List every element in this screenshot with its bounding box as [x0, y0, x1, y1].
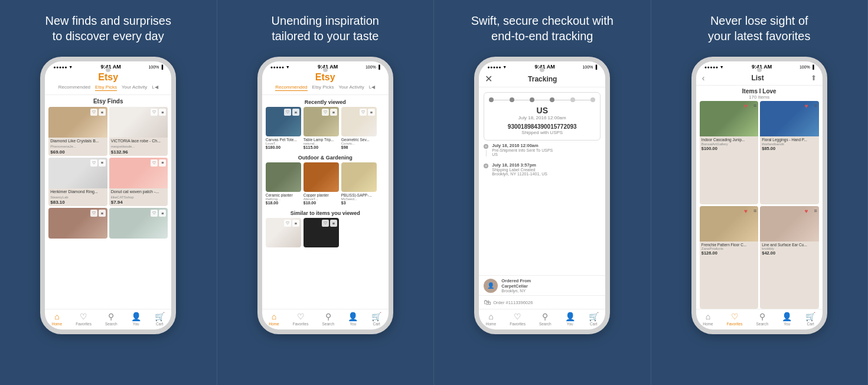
list-item[interactable]: Ceramic planter theKing... $18.00 — [266, 162, 301, 205]
person-icon: 👤 — [131, 312, 141, 321]
nav-you-4[interactable]: 👤You — [782, 312, 792, 326]
product-price: $83.10 — [48, 200, 107, 206]
product-name: Line and Surface Ear Cu... — [760, 242, 819, 247]
list-name: Items I Love — [696, 88, 823, 94]
menu-icon[interactable]: ≡ — [814, 208, 817, 214]
tab-recommended-2[interactable]: Recommended — [275, 84, 307, 91]
list-item[interactable]: ♥ ≡ Floral Leggings - Hand P... thiefand… — [760, 101, 819, 204]
tab-bar-2[interactable]: Recommended Etsy Picks Your Activity L◀ — [262, 83, 389, 92]
nav-favorites[interactable]: ♡Favorites — [76, 312, 92, 326]
list-item[interactable]: PBLISS)-SAPP-... MySeed... $3 — [341, 162, 377, 205]
nav-favorites-2[interactable]: ♡Favorites — [293, 312, 309, 326]
list-item[interactable]: ♡≡ — [109, 208, 168, 239]
shop-name: CarpetCellar — [501, 283, 531, 289]
heart-filled-icon: ♥ — [744, 208, 748, 214]
list-item[interactable]: ♡≡ Donut cat woven patch -... ilikeCATSs… — [109, 158, 168, 207]
menu-icon[interactable]: ≡ — [753, 208, 756, 214]
favorite-icon[interactable]: ♡ — [90, 159, 97, 167]
list-item[interactable]: ♥ ≡ Frenchie Pattern Floor C... ZanaProd… — [700, 206, 759, 309]
favorite-icon[interactable]: ♡ — [322, 220, 329, 227]
favorite-icon[interactable]: ♡ — [151, 210, 158, 217]
nav-home-3[interactable]: ⌂Home — [486, 312, 496, 326]
favorite-icon[interactable]: ♡ — [284, 109, 291, 116]
tracking-location: US — [489, 106, 595, 115]
list-icon[interactable]: ≡ — [292, 220, 299, 227]
list-item[interactable]: ♡≡ Diamond Like Crystals B... PhenomenaJ… — [48, 107, 107, 156]
nav-you-label: You — [350, 322, 356, 326]
ordered-from-section: 👤 Ordered From CarpetCellar Brooklyn, NY — [479, 275, 605, 295]
back-button-4[interactable]: ‹ — [702, 73, 705, 83]
tab-bar-1[interactable]: Recommended Etsy Picks Your Activity L◀ — [45, 83, 171, 92]
list-icon[interactable]: ≡ — [330, 109, 337, 116]
list-icon[interactable]: ≡ — [292, 109, 299, 116]
nav-search[interactable]: ⚲Search — [105, 312, 118, 326]
nav-cart-2[interactable]: 🛒Cart — [371, 312, 381, 326]
list-item[interactable]: ♡≡ — [48, 208, 107, 239]
list-item[interactable]: ♡≡ VICTORIA lace robe - Ch... mespetites… — [109, 107, 168, 156]
list-item[interactable]: ♥ ≡ Line and Surface Ear Cu... knobbly $… — [760, 206, 819, 309]
list-item[interactable]: ♡≡ — [266, 218, 301, 247]
tab-more-2[interactable]: L◀ — [369, 84, 375, 91]
product-price: $42.00 — [760, 250, 819, 257]
list-item[interactable]: ♡≡ Table Lamp Trip... natural... $115.00 — [304, 107, 339, 149]
search-icon: ⚲ — [108, 312, 114, 321]
list-item[interactable]: ♡≡ Herkimer Diamond Ring... SteamyLab $8… — [48, 158, 107, 207]
timeline-date: July 18, 2016 12:00am — [492, 143, 553, 148]
list-icon[interactable]: ≡ — [99, 159, 106, 167]
list-icon[interactable]: ≡ — [99, 210, 106, 217]
tab-your-activity-2[interactable]: Your Activity — [338, 84, 364, 91]
favorite-icon[interactable]: ♡ — [284, 220, 291, 227]
nav-you-2[interactable]: 👤You — [348, 312, 358, 326]
favorite-icon[interactable]: ♡ — [322, 109, 329, 116]
list-icon[interactable]: ≡ — [159, 109, 166, 116]
favorite-icon[interactable]: ♡ — [151, 109, 158, 116]
favorite-icon[interactable]: ♡ — [360, 109, 367, 116]
list-icon[interactable]: ≡ — [330, 220, 337, 227]
nav-home-4[interactable]: ⌂Home — [703, 312, 713, 326]
list-icon[interactable]: ≡ — [368, 109, 375, 116]
list-icon[interactable]: ≡ — [99, 109, 106, 116]
nav-you[interactable]: 👤You — [131, 312, 141, 326]
home-icon: ⌂ — [706, 312, 710, 321]
heart-icon: ♡ — [731, 312, 739, 321]
menu-icon[interactable]: ≡ — [814, 103, 817, 109]
tab-your-activity[interactable]: Your Activity — [122, 84, 147, 91]
nav-cart[interactable]: 🛒Cart — [155, 312, 165, 326]
search-icon: ⚲ — [325, 312, 331, 321]
nav-cart-label: Cart — [807, 322, 814, 326]
share-button[interactable]: ⬆ — [811, 74, 817, 82]
tab-recommended[interactable]: Recommended — [58, 84, 90, 91]
nav-home-2[interactable]: ⌂Home — [269, 312, 279, 326]
nav-favorites-3[interactable]: ♡Favorites — [510, 312, 526, 326]
timeline-date: July 18, 2016 3:57pm — [492, 162, 547, 168]
nav-search-label: Search — [322, 322, 334, 326]
timeline-dot — [484, 164, 488, 168]
nav-search-4[interactable]: ⚲Search — [756, 312, 768, 326]
list-item[interactable]: ♡≡ Canvas Pet Tote... LoveT... $180.00 — [266, 107, 301, 149]
tab-more[interactable]: L◀ — [152, 84, 158, 91]
list-item[interactable]: ♡≡ Geometric Sev... Conviv... $98 — [341, 107, 377, 149]
nav-you-3[interactable]: 👤You — [565, 312, 575, 326]
nav-search-3[interactable]: ⚲Search — [539, 312, 552, 326]
nav-search-2[interactable]: ⚲Search — [322, 312, 334, 326]
favorite-icon[interactable]: ♡ — [90, 109, 97, 116]
nav-home[interactable]: ⌂Home — [52, 312, 62, 326]
list-item[interactable]: ♡≡ — [304, 218, 339, 247]
tab-etsy-picks-2[interactable]: Etsy Picks — [312, 84, 334, 91]
back-button[interactable]: ✕ — [485, 73, 492, 84]
list-icon[interactable]: ≡ — [159, 210, 166, 217]
favorite-icon[interactable]: ♡ — [151, 159, 158, 167]
product-name: Herkimer Diamond Ring... — [48, 188, 107, 194]
product-image — [304, 162, 339, 192]
menu-icon[interactable]: ≡ — [753, 103, 756, 109]
nav-cart-3[interactable]: 🛒Cart — [589, 312, 599, 326]
nav-cart-4[interactable]: 🛒Cart — [805, 312, 815, 326]
progress-dot — [530, 97, 534, 102]
list-item[interactable]: Copper planter AboveT... $10.00 — [304, 162, 339, 205]
list-icon[interactable]: ≡ — [159, 159, 166, 167]
outdoor-list: Ceramic planter theKing... $18.00 Copper… — [266, 162, 385, 205]
tab-etsy-picks[interactable]: Etsy Picks — [95, 84, 117, 91]
list-item[interactable]: ♥ ≡ Indoor Cascading Junip... BonsaiArtG… — [700, 101, 759, 204]
nav-favorites-4[interactable]: ♡Favorites — [727, 312, 743, 326]
favorite-icon[interactable]: ♡ — [90, 210, 97, 217]
